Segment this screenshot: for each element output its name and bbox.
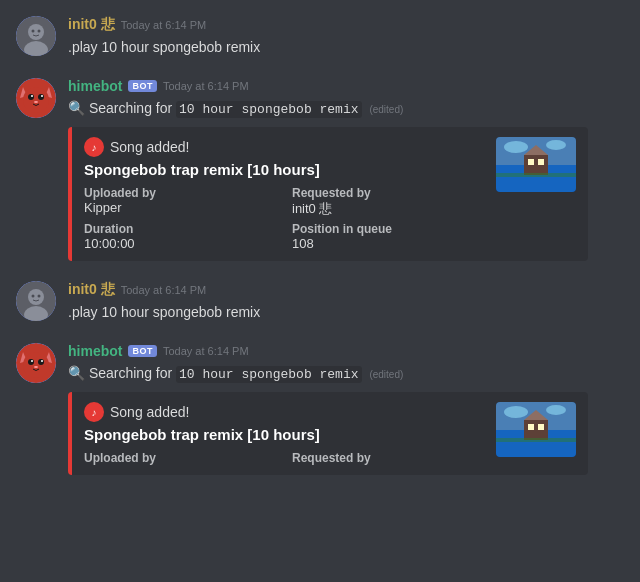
svg-point-15 — [34, 101, 38, 103]
message-header-1: init0 悲 Today at 6:14 PM — [68, 16, 624, 34]
avatar-bot-1 — [16, 78, 56, 118]
embed-body-2: ♪ Song added! Spongebob trap remix [10 h… — [84, 402, 484, 465]
svg-point-29 — [32, 295, 35, 298]
svg-rect-47 — [524, 420, 548, 440]
username-4: himebot — [68, 343, 122, 359]
search-query-1: 10 hour spongebob remix — [176, 101, 361, 118]
embed-field-uploaded-label-2: Uploaded by — [84, 451, 276, 465]
svg-point-45 — [546, 405, 566, 415]
timestamp-4: Today at 6:14 PM — [163, 345, 249, 357]
message-content-2: himebot BOT Today at 6:14 PM 🔍 Searching… — [68, 78, 624, 262]
embed-song-title-2: ♪ Song added! — [84, 402, 484, 422]
svg-point-27 — [28, 289, 44, 305]
svg-point-3 — [32, 30, 35, 33]
svg-rect-51 — [496, 438, 576, 442]
embed-field-requested-label-1: Requested by init0 悲 — [292, 186, 484, 218]
embed-song-name-2: Spongebob trap remix [10 hours] — [84, 426, 484, 443]
message-text-1: .play 10 hour spongebob remix — [68, 38, 624, 58]
username-3: init0 悲 — [68, 281, 115, 299]
search-text-1: Searching for — [89, 100, 172, 116]
music-icon-2: ♪ — [84, 402, 104, 422]
timestamp-2: Today at 6:14 PM — [163, 80, 249, 92]
svg-point-10 — [23, 87, 49, 113]
svg-point-12 — [38, 94, 44, 100]
embed-field-duration-label-1: Duration 10:00:00 — [84, 222, 276, 251]
edited-tag-1: (edited) — [369, 104, 403, 115]
embed-body-1: ♪ Song added! Spongebob trap remix [10 h… — [84, 137, 484, 251]
search-query-2: 10 hour spongebob remix — [176, 366, 361, 383]
avatar-user-2 — [16, 281, 56, 321]
embed-song-name-1: Spongebob trap remix [10 hours] — [84, 161, 484, 178]
bot-badge-1: BOT — [128, 80, 157, 92]
svg-point-11 — [28, 94, 34, 100]
embed-card-2: ♪ Song added! Spongebob trap remix [10 h… — [68, 392, 588, 475]
message-group-1: init0 悲 Today at 6:14 PM .play 10 hour s… — [0, 0, 640, 62]
bot-badge-2: BOT — [128, 345, 157, 357]
message-header-4: himebot BOT Today at 6:14 PM — [68, 343, 624, 359]
embed-card-1: ♪ Song added! Spongebob trap remix [10 h… — [68, 127, 588, 261]
username-2: himebot — [68, 78, 122, 94]
svg-rect-23 — [528, 159, 534, 165]
svg-point-1 — [28, 24, 44, 40]
embed-added-label-1: Song added! — [110, 139, 189, 155]
message-header-3: init0 悲 Today at 6:14 PM — [68, 281, 624, 299]
search-line-2: 🔍 Searching for 10 hour spongebob remix … — [68, 363, 624, 385]
svg-point-14 — [41, 95, 43, 97]
chat-container: init0 悲 Today at 6:14 PM .play 10 hour s… — [0, 0, 640, 479]
svg-point-36 — [23, 352, 49, 378]
svg-point-44 — [504, 406, 528, 418]
embed-thumbnail-1 — [496, 137, 576, 192]
message-content-4: himebot BOT Today at 6:14 PM 🔍 Searching… — [68, 343, 624, 476]
svg-rect-24 — [538, 159, 544, 165]
embed-fields-2: Uploaded by Requested by — [84, 451, 484, 465]
message-content-3: init0 悲 Today at 6:14 PM .play 10 hour s… — [68, 281, 624, 323]
username-1: init0 悲 — [68, 16, 115, 34]
svg-point-4 — [38, 30, 41, 33]
search-line-1: 🔍 Searching for 10 hour spongebob remix … — [68, 98, 624, 120]
timestamp-3: Today at 6:14 PM — [121, 284, 207, 296]
embed-thumbnail-2 — [496, 402, 576, 457]
avatar-user-1 — [16, 16, 56, 56]
embed-song-title-1: ♪ Song added! — [84, 137, 484, 157]
embed-added-label-2: Song added! — [110, 404, 189, 420]
timestamp-1: Today at 6:14 PM — [121, 19, 207, 31]
svg-point-13 — [31, 95, 33, 97]
svg-rect-21 — [524, 155, 548, 175]
svg-rect-50 — [538, 424, 544, 430]
svg-point-19 — [546, 140, 566, 150]
svg-point-39 — [31, 360, 33, 362]
magnifier-icon-1: 🔍 — [68, 100, 85, 116]
music-icon-1: ♪ — [84, 137, 104, 157]
message-header-2: himebot BOT Today at 6:14 PM — [68, 78, 624, 94]
message-group-3: init0 悲 Today at 6:14 PM .play 10 hour s… — [0, 265, 640, 327]
avatar-bot-2 — [16, 343, 56, 383]
magnifier-icon-2: 🔍 — [68, 365, 85, 381]
svg-point-38 — [38, 359, 44, 365]
message-text-3: .play 10 hour spongebob remix — [68, 303, 624, 323]
svg-point-30 — [38, 295, 41, 298]
svg-rect-25 — [496, 173, 576, 177]
embed-field-requested-label-2: Requested by — [292, 451, 484, 465]
svg-point-40 — [41, 360, 43, 362]
embed-field-position-label-1: Position in queue 108 — [292, 222, 484, 251]
svg-rect-49 — [528, 424, 534, 430]
svg-point-41 — [34, 366, 38, 368]
message-group-4: himebot BOT Today at 6:14 PM 🔍 Searching… — [0, 327, 640, 480]
message-content-1: init0 悲 Today at 6:14 PM .play 10 hour s… — [68, 16, 624, 58]
edited-tag-2: (edited) — [369, 369, 403, 380]
search-text-2: Searching for — [89, 365, 172, 381]
svg-point-18 — [504, 141, 528, 153]
embed-field-uploaded-label-1: Uploaded by Kipper — [84, 186, 276, 218]
embed-fields-1: Uploaded by Kipper Requested by init0 悲 … — [84, 186, 484, 251]
svg-point-37 — [28, 359, 34, 365]
message-group-2: himebot BOT Today at 6:14 PM 🔍 Searching… — [0, 62, 640, 266]
